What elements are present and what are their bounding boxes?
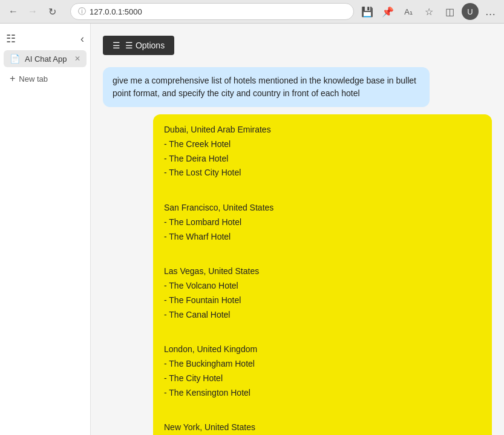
city-section-lasvegas: Las Vegas, United States - The Volcano H… [164, 264, 481, 322]
security-icon: ⓘ [78, 6, 86, 17]
content-area: ☷ ‹ 📄 AI Chat App ✕ + New tab ☰ ☰ Option… [0, 24, 504, 435]
bot-message: Dubai, United Arab Emirates - The Creek … [153, 114, 492, 435]
new-tab-label: New tab [19, 74, 48, 83]
address-bar[interactable]: ⓘ 127.0.0.1:5000 [70, 3, 354, 20]
city-section-newyork: New York, United States - The Manhattan … [164, 420, 481, 435]
city-name: Dubai, United Arab Emirates [164, 125, 271, 134]
user-message: give me a comprehensive list of hotels m… [103, 67, 430, 107]
sidebar-close-icon[interactable]: ‹ [80, 33, 84, 45]
forward-button[interactable]: → [24, 3, 41, 20]
hotel-item: - The Creek Hotel [164, 137, 481, 152]
new-tab-button[interactable]: + New tab [4, 70, 87, 88]
user-message-text: give me a comprehensive list of hotels m… [113, 76, 416, 98]
new-tab-plus-icon: + [10, 73, 15, 84]
profile-avatar[interactable]: U [462, 3, 479, 20]
chat-area: ☰ ☰ Options give me a comprehensive list… [91, 24, 504, 435]
more-button[interactable]: … [482, 3, 499, 20]
hotel-item: - The Deira Hotel [164, 152, 481, 166]
options-label: ☰ Options [125, 41, 165, 50]
hotel-item: - The Wharf Hotel [164, 230, 481, 244]
tab-close-button[interactable]: ✕ [74, 54, 80, 63]
hotel-item: - The Fountain Hotel [164, 293, 481, 308]
nav-buttons: ← → ↻ [5, 3, 61, 20]
hotel-item: - The Lost City Hotel [164, 166, 481, 180]
hotel-item: - The Lombard Hotel [164, 215, 481, 230]
city-section-dubai: Dubai, United Arab Emirates - The Creek … [164, 123, 481, 180]
back-button[interactable]: ← [5, 3, 22, 20]
options-icon: ☰ [113, 41, 120, 50]
pin-button[interactable]: 📌 [379, 3, 396, 20]
city-section-london: London, United Kingdom - The Buckingham … [164, 342, 481, 400]
url-text: 127.0.0.1:5000 [90, 7, 142, 16]
browser-toolbar-icons: 💾 📌 A₁ ☆ ◫ U … [359, 3, 499, 20]
navigation-bar: ← → ↻ ⓘ 127.0.0.1:5000 💾 📌 A₁ ☆ ◫ U … [0, 0, 504, 23]
city-section-sanfrancisco: San Francisco, United States - The Lomba… [164, 201, 481, 244]
city-name: Las Vegas, United States [164, 266, 259, 276]
downloads-button[interactable]: 💾 [359, 3, 376, 20]
sidebar-tab-label: AI Chat App [25, 54, 67, 64]
hotel-item: - The Buckingham Hotel [164, 357, 481, 371]
bookmark-button[interactable]: ☆ [421, 3, 437, 20]
options-button[interactable]: ☰ ☰ Options [103, 36, 174, 55]
split-button[interactable]: ◫ [441, 3, 458, 20]
reader-button[interactable]: A₁ [400, 3, 417, 20]
city-name: New York, United States [164, 422, 255, 432]
city-name: San Francisco, United States [164, 203, 273, 212]
city-name: London, United Kingdom [164, 344, 257, 354]
sidebar-item-ai-chat[interactable]: 📄 AI Chat App ✕ [4, 50, 87, 67]
hotel-item: - The Kensington Hotel [164, 386, 481, 401]
hotel-item: - The Canal Hotel [164, 308, 481, 322]
browser-chrome: ← → ↻ ⓘ 127.0.0.1:5000 💾 📌 A₁ ☆ ◫ U … [0, 0, 504, 24]
hotel-item: - The Volcano Hotel [164, 279, 481, 293]
hotel-item: - The City Hotel [164, 371, 481, 386]
sidebar-header: ☷ ‹ [0, 28, 90, 49]
reload-button[interactable]: ↻ [44, 3, 61, 20]
tabs-icon[interactable]: ☷ [6, 32, 16, 45]
tab-page-icon: 📄 [10, 54, 20, 64]
sidebar: ☷ ‹ 📄 AI Chat App ✕ + New tab [0, 24, 91, 435]
